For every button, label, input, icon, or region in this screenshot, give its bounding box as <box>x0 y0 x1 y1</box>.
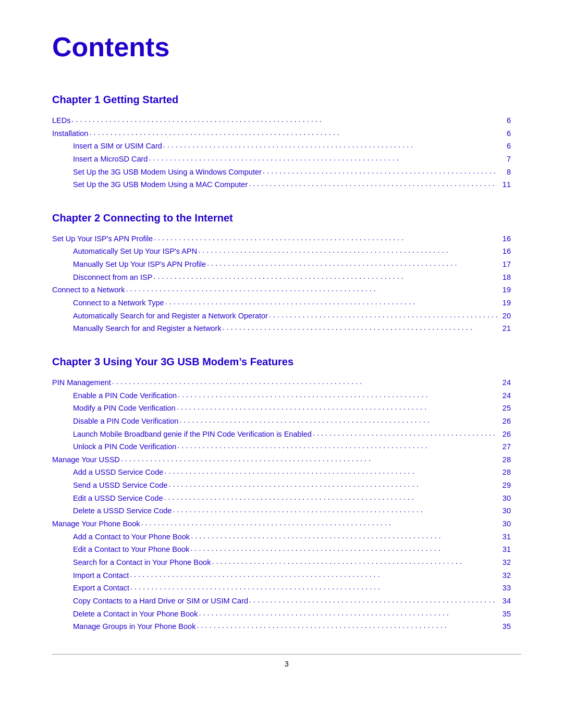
toc-dots: . . . . . . . . . . . . . . . . . . . . … <box>163 139 497 152</box>
toc-page-number: 25 <box>498 402 511 415</box>
toc-entry: Send a USSD Service Code . . . . . . . .… <box>52 479 521 492</box>
toc-entry-text: LEDs <box>52 114 70 127</box>
toc-dots: . . . . . . . . . . . . . . . . . . . . … <box>164 465 497 478</box>
toc-entry-text: Send a USSD Service Code <box>73 479 167 492</box>
toc-dots: . . . . . . . . . . . . . . . . . . . . … <box>190 542 497 555</box>
toc-page-number: 28 <box>498 453 511 466</box>
toc-entry: Set Up Your ISP's APN Profile . . . . . … <box>52 232 521 245</box>
toc-page-number: 17 <box>498 258 511 271</box>
toc-entry-text: Manage Your Phone Book <box>52 517 140 530</box>
toc-dots: . . . . . . . . . . . . . . . . . . . . … <box>191 529 497 542</box>
toc-entry-text: Unlock a PIN Code Verification <box>73 440 176 453</box>
page-number: 3 <box>52 660 521 668</box>
toc-page-number: 21 <box>498 322 511 335</box>
toc-dots: . . . . . . . . . . . . . . . . . . . . … <box>199 607 497 620</box>
toc-dots: . . . . . . . . . . . . . . . . . . . . … <box>89 126 497 139</box>
toc-page-number: 30 <box>498 517 511 530</box>
toc-dots: . . . . . . . . . . . . . . . . . . . . … <box>154 231 497 244</box>
toc-dots: . . . . . . . . . . . . . . . . . . . . … <box>249 594 497 607</box>
toc-page-number: 16 <box>498 232 511 245</box>
toc-entry-text: Automatically Search for and Register a … <box>73 310 268 323</box>
toc-page-number: 33 <box>498 582 511 595</box>
toc-entry: Insert a MicroSD Card . . . . . . . . . … <box>52 153 521 166</box>
toc-dots: . . . . . . . . . . . . . . . . . . . . … <box>178 388 497 401</box>
toc-page-number: 35 <box>498 608 511 621</box>
toc-entry: Set Up the 3G USB Modem Using a Windows … <box>52 166 521 179</box>
toc-entry: Edit a Contact to Your Phone Book . . . … <box>52 543 521 556</box>
toc-entry-text: Delete a Contact in Your Phone Book <box>73 608 198 621</box>
toc-page-number: 28 <box>498 466 511 479</box>
toc-page-number: 7 <box>498 153 511 166</box>
toc-entry: Edit a USSD Service Code . . . . . . . .… <box>52 492 521 505</box>
toc-entry-text: Edit a Contact to Your Phone Book <box>73 543 189 556</box>
toc-entry-text: Installation <box>52 127 88 140</box>
toc-page-number: 6 <box>498 127 511 140</box>
toc-entry: Launch Mobile Broadband genie if the PIN… <box>52 428 521 441</box>
toc-dots: . . . . . . . . . . . . . . . . . . . . … <box>197 619 497 632</box>
toc-entry: Add a USSD Service Code . . . . . . . . … <box>52 466 521 479</box>
toc-entry-text: Manually Set Up Your ISP's APN Profile <box>73 258 206 271</box>
toc-entry: Modify a PIN Code Verification . . . . .… <box>52 402 521 415</box>
toc-dots: . . . . . . . . . . . . . . . . . . . . … <box>126 282 497 295</box>
toc-entry-text: Connect to a Network <box>52 283 125 297</box>
toc-entry-text: Add a USSD Service Code <box>73 466 163 479</box>
toc-page-number: 19 <box>498 283 511 297</box>
toc-entry-text: Set Up the 3G USB Modem Using a MAC Comp… <box>73 178 248 191</box>
toc-dots: . . . . . . . . . . . . . . . . . . . . … <box>313 427 497 440</box>
toc-entry: Manually Search for and Register a Netwo… <box>52 322 521 335</box>
toc-dots: . . . . . . . . . . . . . . . . . . . . … <box>263 165 497 178</box>
toc-page-number: 16 <box>498 245 511 258</box>
toc-page-number: 31 <box>498 543 511 556</box>
toc-page-number: 26 <box>498 428 511 441</box>
chapter-entries-2: Set Up Your ISP's APN Profile . . . . . … <box>52 232 521 335</box>
toc-dots: . . . . . . . . . . . . . . . . . . . . … <box>168 478 497 491</box>
toc-entry: Export a Contact . . . . . . . . . . . .… <box>52 582 521 595</box>
toc-entry: Insert a SIM or USIM Card . . . . . . . … <box>52 140 521 153</box>
toc-entry-text: Set Up Your ISP's APN Profile <box>52 232 153 245</box>
toc-dots: . . . . . . . . . . . . . . . . . . . . … <box>141 516 498 529</box>
toc-page-number: 30 <box>498 492 511 505</box>
toc-dots: . . . . . . . . . . . . . . . . . . . . … <box>165 295 497 309</box>
toc-entry: Add a Contact to Your Phone Book . . . .… <box>52 530 521 544</box>
toc-entry-text: Search for a Contact in Your Phone Book <box>73 556 211 569</box>
toc-entry-text: Delete a USSD Service Code <box>73 504 172 517</box>
toc-entry-text: Insert a SIM or USIM Card <box>73 140 162 153</box>
toc-page-number: 20 <box>498 310 511 323</box>
toc-page-number: 24 <box>498 389 511 402</box>
toc-page-number: 8 <box>498 166 511 179</box>
toc-entry: Manage Groups in Your Phone Book . . . .… <box>52 620 521 633</box>
toc-page-number: 18 <box>498 271 511 284</box>
chapter-section-2: Chapter 2 Connecting to the InternetSet … <box>52 212 521 335</box>
toc-entry-text: Disable a PIN Code Verification <box>73 415 178 428</box>
toc-entry-text: Manage Your USSD <box>52 453 120 466</box>
toc-entry-text: Add a Contact to Your Phone Book <box>73 530 190 544</box>
toc-page-number: 6 <box>498 114 511 127</box>
toc-entry-text: Set Up the 3G USB Modem Using a Windows … <box>73 166 262 179</box>
toc-entry: LEDs . . . . . . . . . . . . . . . . . .… <box>52 114 521 127</box>
toc-dots: . . . . . . . . . . . . . . . . . . . . … <box>269 309 497 322</box>
toc-page-number: 6 <box>498 140 511 153</box>
toc-entry-text: Copy Contacts to a Hard Drive or SIM or … <box>73 595 248 608</box>
toc-page-number: 26 <box>498 415 511 428</box>
toc-entry: Manage Your Phone Book . . . . . . . . .… <box>52 517 521 530</box>
toc-container: Chapter 1 Getting StartedLEDs . . . . . … <box>52 94 521 633</box>
toc-entry-text: Automatically Set Up Your ISP's APN <box>73 245 197 258</box>
toc-page-number: 27 <box>498 440 511 453</box>
chapter-section-3: Chapter 3 Using Your 3G USB Modem’s Feat… <box>52 356 521 633</box>
toc-page-number: 30 <box>498 504 511 517</box>
toc-entry-text: Export a Contact <box>73 582 129 595</box>
toc-entry-text: Disconnect from an ISP <box>73 271 152 284</box>
toc-entry: PIN Management . . . . . . . . . . . . .… <box>52 376 521 389</box>
toc-entry-text: PIN Management <box>52 376 111 389</box>
toc-entry-text: Insert a MicroSD Card <box>73 153 148 166</box>
toc-entry: Installation . . . . . . . . . . . . . .… <box>52 127 521 140</box>
toc-dots: . . . . . . . . . . . . . . . . . . . . … <box>177 439 497 452</box>
toc-dots: . . . . . . . . . . . . . . . . . . . . … <box>130 581 497 594</box>
chapter-section-1: Chapter 1 Getting StartedLEDs . . . . . … <box>52 94 521 191</box>
toc-dots: . . . . . . . . . . . . . . . . . . . . … <box>249 177 497 190</box>
toc-dots: . . . . . . . . . . . . . . . . . . . . … <box>164 491 497 504</box>
toc-entry: Automatically Search for and Register a … <box>52 310 521 323</box>
chapter-heading-2: Chapter 2 Connecting to the Internet <box>52 212 521 224</box>
toc-dots: . . . . . . . . . . . . . . . . . . . . … <box>112 375 497 388</box>
chapter-heading-1: Chapter 1 Getting Started <box>52 94 521 106</box>
